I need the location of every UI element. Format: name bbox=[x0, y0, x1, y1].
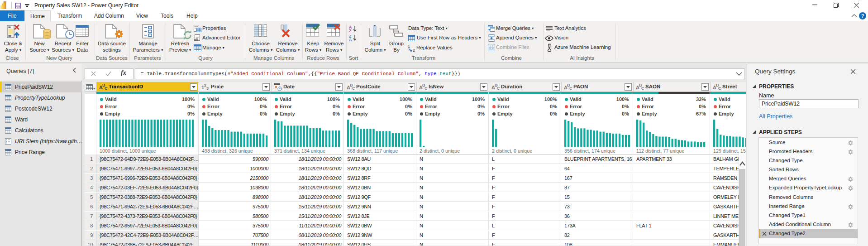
svg-text:2: 2 bbox=[413, 48, 415, 52]
svg-text:Z: Z bbox=[349, 29, 352, 33]
svg-text:1: 1 bbox=[408, 44, 410, 48]
